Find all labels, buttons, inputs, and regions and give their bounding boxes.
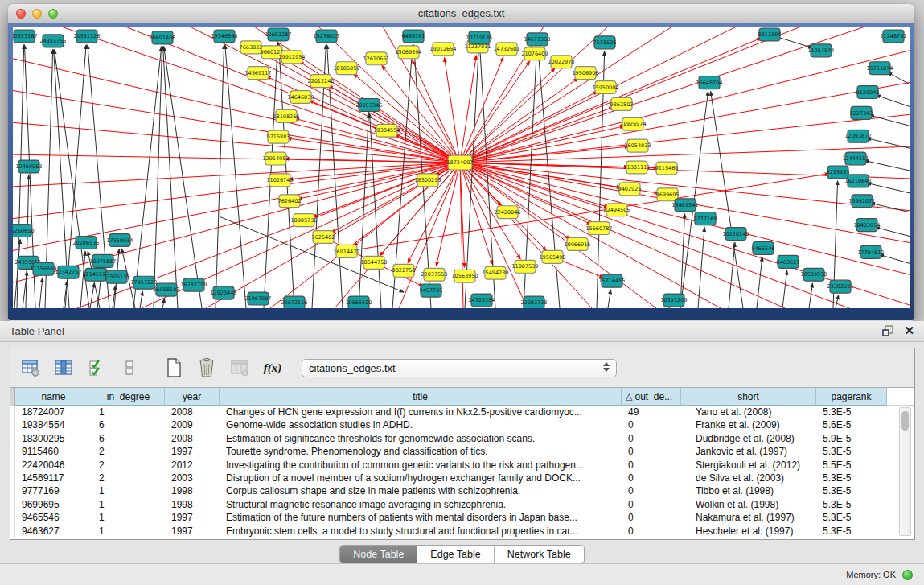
table-cell[interactable]: 9699695 <box>15 498 92 511</box>
network-edge[interactable] <box>876 227 910 236</box>
table-cell[interactable]: Franke et al. (2009) <box>681 418 816 431</box>
table-cell[interactable]: Jankovic et al. (1997) <box>681 445 816 458</box>
network-edge[interactable] <box>26 175 29 308</box>
table-cell[interactable]: 2009 <box>165 418 220 431</box>
table-cell[interactable]: 2008 <box>165 406 220 418</box>
column-header-in-degree[interactable]: in_degree <box>92 388 165 406</box>
table-cell[interactable]: 1 <box>92 406 165 418</box>
table-cell[interactable]: Genome-wide association studies in ADHD. <box>220 418 622 431</box>
scrollbar-thumb[interactable] <box>901 411 909 431</box>
table-selector-dropdown[interactable]: citations_edges.txt <box>302 359 617 377</box>
show-columns-checkboxes-button[interactable] <box>86 357 107 378</box>
table-cell[interactable]: 0 <box>622 472 681 484</box>
network-edge[interactable] <box>698 228 704 308</box>
tab-edge-table[interactable]: Edge Table <box>417 546 494 563</box>
table-cell[interactable]: 9115460 <box>15 445 92 458</box>
network-edge[interactable] <box>871 203 910 212</box>
table-cell[interactable]: 5.3E-5 <box>816 472 887 484</box>
table-cell[interactable]: 22420046 <box>15 459 92 472</box>
network-edge[interactable] <box>287 138 460 163</box>
network-edge[interactable] <box>460 163 570 239</box>
network-edge[interactable] <box>757 257 762 308</box>
table-cell[interactable]: 5.3E-5 <box>816 406 887 418</box>
network-edge[interactable] <box>782 270 787 308</box>
table-cell[interactable]: Stergiakouli et al. (2012) <box>681 459 816 472</box>
float-panel-icon[interactable] <box>881 324 894 337</box>
table-cell[interactable]: Disruption of a novel member of a sodium… <box>220 472 622 484</box>
table-cell[interactable]: 6 <box>92 432 165 445</box>
table-cell[interactable]: 6 <box>92 418 165 431</box>
table-cell[interactable]: Embryonic stem cells: a model to study s… <box>220 525 622 538</box>
table-cell[interactable]: 1998 <box>165 498 220 511</box>
table-cell[interactable]: 9463627 <box>15 525 92 538</box>
network-edge[interactable] <box>154 47 162 308</box>
table-cell[interactable]: 18300295 <box>15 432 92 445</box>
table-cell[interactable]: 2003 <box>165 472 220 484</box>
network-edge[interactable] <box>867 138 910 148</box>
network-edge[interactable] <box>809 283 812 308</box>
delete-table-button[interactable] <box>196 357 217 378</box>
network-edge[interactable] <box>460 163 849 308</box>
tab-node-table[interactable]: Node Table <box>340 546 417 563</box>
table-cell[interactable]: 2 <box>92 445 165 458</box>
table-row[interactable]: 1456911722003Disruption of a novel membe… <box>10 472 914 484</box>
network-edge[interactable] <box>162 299 165 308</box>
network-edge[interactable] <box>216 45 224 308</box>
table-cell[interactable]: 0 <box>622 418 681 431</box>
network-edge[interactable] <box>133 47 162 308</box>
table-row[interactable]: 977716911998Corpus callosum shape and si… <box>10 484 914 497</box>
table-cell[interactable]: 2 <box>92 472 165 484</box>
table-cell[interactable]: Structural magnetic resonance image aver… <box>220 498 622 511</box>
table-cell[interactable]: 5.9E-5 <box>816 432 887 445</box>
table-row[interactable]: 946554611997Estimation of the future num… <box>10 511 914 524</box>
network-edge[interactable] <box>359 113 368 308</box>
table-cell[interactable]: 49 <box>622 406 681 418</box>
table-cell[interactable]: 1997 <box>165 511 220 524</box>
table-cell[interactable]: Wolkin et al. (1998) <box>681 498 816 511</box>
network-edge[interactable] <box>13 154 460 163</box>
network-edge[interactable] <box>460 56 476 163</box>
table-cell[interactable]: 1 <box>92 525 165 538</box>
column-header-name[interactable]: name <box>15 388 92 406</box>
select-column-button[interactable] <box>53 357 74 378</box>
table-cell[interactable]: 2 <box>92 459 165 472</box>
network-edge[interactable] <box>13 59 460 163</box>
table-row[interactable]: 2242004622012Investigating the contribut… <box>10 459 914 472</box>
network-edge[interactable] <box>888 72 910 84</box>
table-cell[interactable]: 1 <box>92 511 165 524</box>
network-edge[interactable] <box>140 291 142 308</box>
network-edge[interactable] <box>729 242 735 308</box>
row-height-button[interactable] <box>119 357 140 378</box>
column-header-title[interactable]: title <box>220 388 622 406</box>
network-edge[interactable] <box>90 283 94 308</box>
function-builder-button[interactable]: f(x) <box>262 357 283 378</box>
network-edge[interactable] <box>876 95 910 106</box>
table-cell[interactable]: 0 <box>622 511 681 524</box>
table-cell[interactable]: 5.3E-5 <box>816 484 887 497</box>
table-row[interactable]: 946362711997Embryonic stem cells: a mode… <box>10 525 914 538</box>
table-cell[interactable]: 1998 <box>165 484 220 497</box>
window-titlebar[interactable]: citations_edges.txt <box>8 4 914 23</box>
table-cell[interactable]: 5.3E-5 <box>816 511 887 524</box>
table-cell[interactable]: 18724007 <box>15 406 92 418</box>
table-row[interactable]: 1872400712008Changes of HCN gene express… <box>10 406 914 418</box>
network-edge[interactable] <box>460 27 865 163</box>
table-cell[interactable]: 0 <box>622 498 681 511</box>
table-cell[interactable]: 0 <box>622 484 681 497</box>
close-panel-icon[interactable]: ✕ <box>904 324 914 337</box>
table-cell[interactable]: 14569117 <box>15 472 92 484</box>
network-edge[interactable] <box>880 254 910 263</box>
network-edge[interactable] <box>163 47 178 308</box>
network-graph[interactable]: 1872400719012654150695941261065118185059… <box>13 27 910 308</box>
table-cell[interactable]: 0 <box>622 445 681 458</box>
network-edge[interactable] <box>445 58 460 163</box>
network-edge[interactable] <box>460 83 910 163</box>
table-cell[interactable]: Investigating the contribution of common… <box>220 459 622 472</box>
table-cell[interactable]: Dudbridge et al. (2008) <box>681 432 816 445</box>
table-cell[interactable]: 2012 <box>165 459 220 472</box>
table-cell[interactable]: Yano et al. (2008) <box>681 406 816 418</box>
table-cell[interactable]: 9465546 <box>15 511 92 524</box>
table-cell[interactable]: 5.3E-5 <box>816 525 887 538</box>
table-cell[interactable]: 1997 <box>165 525 220 538</box>
column-header-pagerank[interactable]: pagerank <box>816 388 887 406</box>
